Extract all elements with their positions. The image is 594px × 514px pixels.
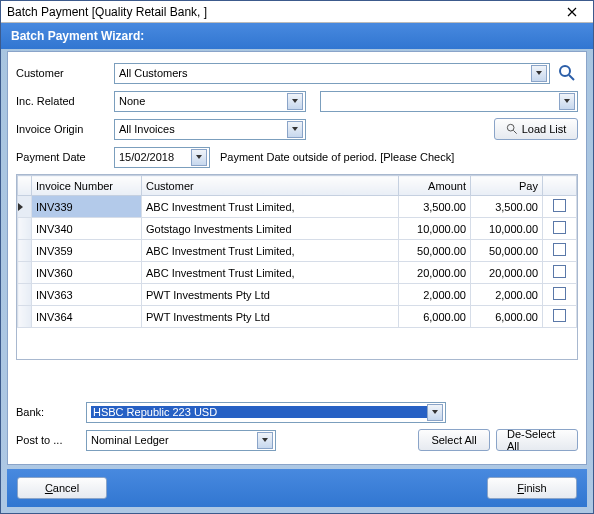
svg-point-0 [560, 66, 570, 76]
cell-invoice: INV340 [32, 218, 142, 240]
customer-dropdown[interactable]: All Customers [114, 63, 550, 84]
row-indicator [18, 196, 32, 218]
cell-invoice: INV360 [32, 262, 142, 284]
close-icon [567, 7, 577, 17]
cell-pay: 2,000.00 [471, 284, 543, 306]
table-row[interactable]: INV363PWT Investments Pty Ltd2,000.002,0… [18, 284, 577, 306]
payment-date-label: Payment Date [16, 151, 114, 163]
row-indicator [18, 284, 32, 306]
finish-button[interactable]: Finish [487, 477, 577, 499]
cell-amount: 3,500.00 [399, 196, 471, 218]
cell-select[interactable] [543, 196, 577, 218]
checkbox-icon[interactable] [553, 243, 566, 256]
cell-select[interactable] [543, 284, 577, 306]
table-row[interactable]: INV340Gotstago Investments Limited10,000… [18, 218, 577, 240]
load-list-button[interactable]: Load List [494, 118, 578, 140]
deselect-all-button[interactable]: De-Select All [496, 429, 578, 451]
customer-label: Customer [16, 67, 114, 79]
load-list-label: Load List [522, 123, 567, 135]
cell-invoice: INV339 [32, 196, 142, 218]
table-row[interactable]: INV360ABC Investment Trust Limited,20,00… [18, 262, 577, 284]
invoice-grid: Invoice Number Customer Amount Pay INV33… [16, 174, 578, 360]
bank-value: HSBC Republic 223 USD [91, 406, 427, 418]
content-panel: Customer All Customers Inc. Related None… [7, 51, 587, 465]
inc-related-extra-dropdown[interactable] [320, 91, 578, 112]
inc-related-value: None [119, 95, 287, 107]
svg-line-3 [513, 130, 516, 133]
col-invoice-number[interactable]: Invoice Number [32, 176, 142, 196]
window-close-button[interactable] [557, 3, 587, 21]
cell-invoice: INV364 [32, 306, 142, 328]
cell-amount: 20,000.00 [399, 262, 471, 284]
cell-pay: 10,000.00 [471, 218, 543, 240]
cell-customer: Gotstago Investments Limited [142, 218, 399, 240]
select-all-button[interactable]: Select All [418, 429, 490, 451]
table-row[interactable]: INV364PWT Investments Pty Ltd6,000.006,0… [18, 306, 577, 328]
invoice-origin-value: All Invoices [119, 123, 287, 135]
grid-header-row: Invoice Number Customer Amount Pay [18, 176, 577, 196]
cell-select[interactable] [543, 306, 577, 328]
col-amount[interactable]: Amount [399, 176, 471, 196]
select-all-label: Select All [431, 434, 476, 446]
window-titlebar: Batch Payment [Quality Retail Bank, ] [1, 1, 593, 23]
chevron-down-icon [287, 121, 303, 138]
checkbox-icon[interactable] [553, 199, 566, 212]
cell-customer: ABC Investment Trust Limited, [142, 240, 399, 262]
svg-point-2 [507, 124, 514, 131]
table-row[interactable]: INV359ABC Investment Trust Limited,50,00… [18, 240, 577, 262]
chevron-down-icon [531, 65, 547, 82]
cell-invoice: INV363 [32, 284, 142, 306]
col-pay[interactable]: Pay [471, 176, 543, 196]
bottom-form: Bank: HSBC Republic 223 USD Post to ... … [16, 400, 578, 456]
checkbox-icon[interactable] [553, 309, 566, 322]
wizard-heading: Batch Payment Wizard: [11, 29, 144, 43]
cell-select[interactable] [543, 218, 577, 240]
bank-label: Bank: [16, 406, 86, 418]
cell-select[interactable] [543, 262, 577, 284]
invoice-origin-dropdown[interactable]: All Invoices [114, 119, 306, 140]
col-customer[interactable]: Customer [142, 176, 399, 196]
row-indicator [18, 218, 32, 240]
chevron-down-icon [191, 149, 207, 166]
payment-date-input[interactable]: 15/02/2018 [114, 147, 210, 168]
search-icon [506, 123, 518, 135]
cancel-button[interactable]: Cancel [17, 477, 107, 499]
customer-search-button[interactable] [556, 62, 578, 84]
row-indicator-header [18, 176, 32, 196]
checkbox-icon[interactable] [553, 287, 566, 300]
cell-select[interactable] [543, 240, 577, 262]
cell-customer: ABC Investment Trust Limited, [142, 262, 399, 284]
chevron-down-icon [559, 93, 575, 110]
post-to-label: Post to ... [16, 434, 86, 446]
checkbox-icon[interactable] [553, 265, 566, 278]
cell-invoice: INV359 [32, 240, 142, 262]
chevron-down-icon [287, 93, 303, 110]
wizard-footer: Cancel Finish [7, 469, 587, 507]
search-icon [558, 64, 576, 82]
cell-pay: 50,000.00 [471, 240, 543, 262]
cell-customer: PWT Investments Pty Ltd [142, 306, 399, 328]
window-title: Batch Payment [Quality Retail Bank, ] [7, 5, 557, 19]
post-to-dropdown[interactable]: Nominal Ledger [86, 430, 276, 451]
checkbox-icon[interactable] [553, 221, 566, 234]
cell-pay: 20,000.00 [471, 262, 543, 284]
chevron-down-icon [427, 404, 443, 421]
bank-dropdown[interactable]: HSBC Republic 223 USD [86, 402, 446, 423]
col-select[interactable] [543, 176, 577, 196]
inc-related-dropdown[interactable]: None [114, 91, 306, 112]
cell-amount: 6,000.00 [399, 306, 471, 328]
post-to-value: Nominal Ledger [91, 434, 257, 446]
payment-date-value: 15/02/2018 [119, 151, 174, 163]
cell-pay: 3,500.00 [471, 196, 543, 218]
chevron-down-icon [257, 432, 273, 449]
cell-customer: PWT Investments Pty Ltd [142, 284, 399, 306]
customer-value: All Customers [119, 67, 531, 79]
cell-amount: 2,000.00 [399, 284, 471, 306]
cell-amount: 50,000.00 [399, 240, 471, 262]
row-indicator [18, 262, 32, 284]
payment-date-warning: Payment Date outside of period. [Please … [220, 151, 454, 163]
inc-related-label: Inc. Related [16, 95, 114, 107]
table-row[interactable]: INV339ABC Investment Trust Limited,3,500… [18, 196, 577, 218]
cell-pay: 6,000.00 [471, 306, 543, 328]
row-indicator [18, 306, 32, 328]
